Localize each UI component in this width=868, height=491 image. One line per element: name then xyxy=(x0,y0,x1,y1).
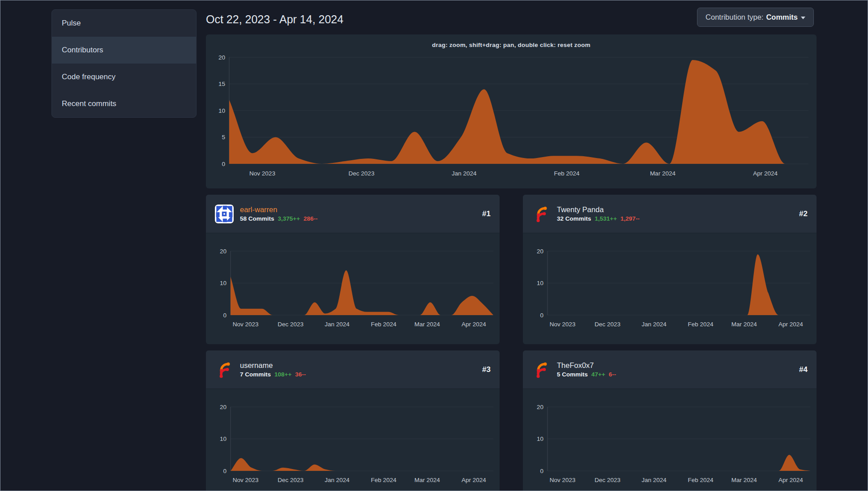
svg-text:0: 0 xyxy=(540,468,543,474)
deletions-count: 36-- xyxy=(295,371,306,378)
deletions-count: 1,297-- xyxy=(620,215,640,222)
additions-count: 3,375++ xyxy=(278,215,300,222)
svg-text:Apr 2024: Apr 2024 xyxy=(778,477,803,483)
sidebar-item-recent-commits[interactable]: Recent commits xyxy=(52,90,196,117)
svg-text:Mar 2024: Mar 2024 xyxy=(415,477,440,483)
svg-text:Apr 2024: Apr 2024 xyxy=(462,477,486,483)
svg-text:Feb 2024: Feb 2024 xyxy=(554,170,580,177)
svg-text:Jan 2024: Jan 2024 xyxy=(452,170,477,177)
rank-badge: #4 xyxy=(799,365,808,374)
svg-text:0: 0 xyxy=(223,468,227,474)
contributor-name-link[interactable]: earl-warren xyxy=(240,205,318,214)
svg-text:Nov 2023: Nov 2023 xyxy=(233,321,259,328)
contributor-name: Twenty Panda xyxy=(557,205,640,214)
svg-text:20: 20 xyxy=(220,248,227,255)
svg-text:10: 10 xyxy=(537,435,543,442)
contributor-card-2: Twenty Panda 32 Commits 1,531++ 1,297-- … xyxy=(523,195,817,344)
additions-count: 47++ xyxy=(591,371,605,378)
contributor-identity: TheFox0x7 5 Commits 47++ 6-- xyxy=(557,361,616,378)
contribution-type-label: Contribution type: xyxy=(706,13,763,21)
contributor-card-1: earl-warren 58 Commits 3,375++ 286-- #1 … xyxy=(206,195,500,344)
svg-text:Dec 2023: Dec 2023 xyxy=(349,170,375,177)
svg-text:Feb 2024: Feb 2024 xyxy=(688,321,714,328)
svg-text:Nov 2023: Nov 2023 xyxy=(550,321,576,328)
svg-text:Apr 2024: Apr 2024 xyxy=(462,321,486,328)
svg-text:10: 10 xyxy=(537,280,543,286)
chart-zoom-hint: drag: zoom, shift+drag: pan, double clic… xyxy=(206,42,817,48)
svg-text:Mar 2024: Mar 2024 xyxy=(650,170,676,177)
forgejo-logo-icon xyxy=(532,360,551,379)
svg-text:0: 0 xyxy=(222,161,225,167)
date-range-heading: Oct 22, 2023 - Apr 14, 2024 xyxy=(206,13,343,26)
contributor-4-chart[interactable]: 01020Nov 2023Dec 2023Jan 2024Feb 2024Mar… xyxy=(523,389,817,491)
forgejo-logo-icon xyxy=(215,360,234,379)
sidebar-item-contributors[interactable]: Contributors xyxy=(52,37,196,64)
deletions-count: 6-- xyxy=(609,371,616,378)
svg-text:Dec 2023: Dec 2023 xyxy=(278,477,304,483)
contributor-stats: 7 Commits 108++ 36-- xyxy=(240,371,306,378)
main-commits-chart[interactable]: 05101520Nov 2023Dec 2023Jan 2024Feb 2024… xyxy=(206,34,817,188)
chevron-down-icon xyxy=(801,17,805,19)
svg-text:Dec 2023: Dec 2023 xyxy=(594,477,620,483)
deletions-count: 286-- xyxy=(304,215,318,222)
contributor-card-header: Twenty Panda 32 Commits 1,531++ 1,297-- … xyxy=(523,195,817,233)
svg-text:Feb 2024: Feb 2024 xyxy=(688,477,714,483)
main-chart-panel: drag: zoom, shift+drag: pan, double clic… xyxy=(206,34,817,188)
contributor-stats: 5 Commits 47++ 6-- xyxy=(557,371,616,378)
sidebar-item-code-frequency[interactable]: Code frequency xyxy=(52,64,196,90)
svg-text:Apr 2024: Apr 2024 xyxy=(753,170,778,177)
svg-text:10: 10 xyxy=(218,107,225,114)
svg-text:5: 5 xyxy=(222,134,225,141)
svg-text:20: 20 xyxy=(218,54,225,61)
contributor-card-header: earl-warren 58 Commits 3,375++ 286-- #1 xyxy=(206,195,500,233)
rank-badge: #3 xyxy=(482,365,491,374)
svg-text:20: 20 xyxy=(537,404,543,410)
svg-text:10: 10 xyxy=(220,435,227,442)
contributor-name: username xyxy=(240,361,306,370)
commit-count: 5 Commits xyxy=(557,371,588,378)
commit-count: 58 Commits xyxy=(240,215,274,222)
svg-text:Dec 2023: Dec 2023 xyxy=(594,321,620,328)
svg-text:Mar 2024: Mar 2024 xyxy=(731,321,757,328)
contributor-card-header: TheFox0x7 5 Commits 47++ 6-- #4 xyxy=(523,350,817,389)
contributor-stats: 32 Commits 1,531++ 1,297-- xyxy=(557,215,640,222)
contributor-identity: earl-warren 58 Commits 3,375++ 286-- xyxy=(240,205,318,222)
contributor-1-chart[interactable]: 01020Nov 2023Dec 2023Jan 2024Feb 2024Mar… xyxy=(206,233,500,344)
contribution-type-dropdown[interactable]: Contribution type: Commits xyxy=(697,8,814,27)
contributor-card-4: TheFox0x7 5 Commits 47++ 6-- #4 01020Nov… xyxy=(523,350,817,491)
svg-text:Mar 2024: Mar 2024 xyxy=(415,321,440,328)
commit-count: 32 Commits xyxy=(557,215,591,222)
contributor-stats: 58 Commits 3,375++ 286-- xyxy=(240,215,318,222)
contributor-2-chart[interactable]: 01020Nov 2023Dec 2023Jan 2024Feb 2024Mar… xyxy=(523,233,817,344)
commit-count: 7 Commits xyxy=(240,371,271,378)
svg-text:Jan 2024: Jan 2024 xyxy=(325,477,350,483)
svg-text:0: 0 xyxy=(540,312,543,319)
sidebar-item-pulse[interactable]: Pulse xyxy=(52,10,196,37)
svg-text:Feb 2024: Feb 2024 xyxy=(371,477,397,483)
svg-text:Jan 2024: Jan 2024 xyxy=(641,321,667,328)
contributor-identity: Twenty Panda 32 Commits 1,531++ 1,297-- xyxy=(557,205,640,222)
svg-text:Nov 2023: Nov 2023 xyxy=(233,477,259,483)
forgejo-logo-icon xyxy=(532,205,551,223)
svg-text:10: 10 xyxy=(220,280,227,286)
svg-text:Nov 2023: Nov 2023 xyxy=(550,477,576,483)
svg-text:Feb 2024: Feb 2024 xyxy=(371,321,397,328)
additions-count: 1,531++ xyxy=(595,215,617,222)
svg-text:Dec 2023: Dec 2023 xyxy=(278,321,304,328)
rank-badge: #2 xyxy=(799,209,808,218)
rank-badge: #1 xyxy=(482,209,491,218)
contributor-identity: username 7 Commits 108++ 36-- xyxy=(240,361,306,378)
contributor-3-chart[interactable]: 01020Nov 2023Dec 2023Jan 2024Feb 2024Mar… xyxy=(206,389,500,491)
contributors-page: Pulse Contributors Code frequency Recent… xyxy=(0,0,868,491)
contributor-card-header: username 7 Commits 108++ 36-- #3 xyxy=(206,350,500,389)
svg-text:Mar 2024: Mar 2024 xyxy=(731,477,757,483)
sidebar-menu: Pulse Contributors Code frequency Recent… xyxy=(51,9,197,118)
svg-text:0: 0 xyxy=(223,312,227,319)
contribution-type-value: Commits xyxy=(766,13,798,21)
svg-text:Nov 2023: Nov 2023 xyxy=(249,170,275,177)
svg-text:20: 20 xyxy=(220,404,227,410)
avatar xyxy=(215,205,234,223)
svg-text:20: 20 xyxy=(537,248,543,255)
svg-text:Apr 2024: Apr 2024 xyxy=(778,321,803,328)
svg-text:Jan 2024: Jan 2024 xyxy=(325,321,350,328)
